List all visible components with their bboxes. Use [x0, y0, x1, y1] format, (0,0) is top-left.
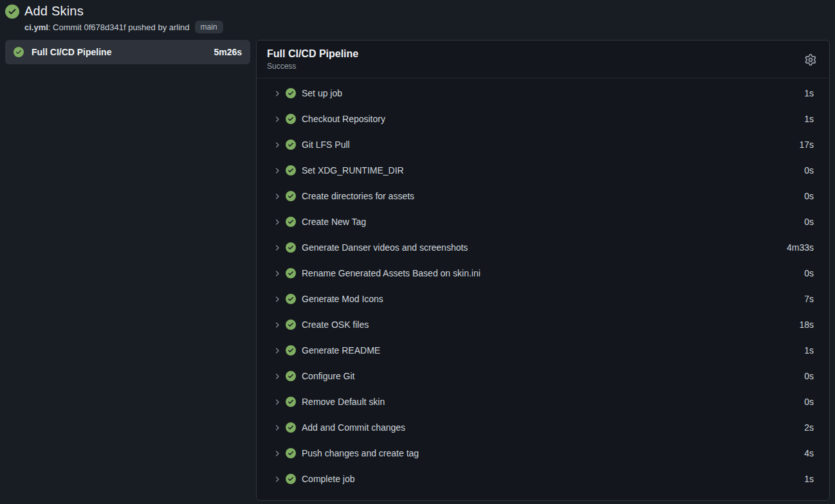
- step-name: Add and Commit changes: [302, 422, 405, 433]
- branch-badge: main: [195, 21, 223, 33]
- step-row[interactable]: Complete job 1s: [257, 466, 829, 492]
- step-success-check-circle-icon: [286, 88, 296, 98]
- step-success-check-circle-icon: [286, 474, 296, 484]
- step-duration: 17s: [799, 140, 814, 150]
- step-row[interactable]: Generate Danser videos and screenshots 4…: [257, 235, 829, 260]
- step-duration: 0s: [804, 371, 814, 381]
- step-success-check-circle-icon: [286, 242, 296, 253]
- step-success-check-circle-icon: [286, 294, 296, 304]
- step-duration: 0s: [804, 268, 814, 278]
- step-duration: 0s: [804, 191, 814, 201]
- step-duration: 1s: [804, 114, 814, 124]
- step-success-check-circle-icon: [286, 422, 296, 433]
- step-name: Generate Mod Icons: [302, 294, 383, 304]
- chevron-right-icon[interactable]: [273, 269, 281, 278]
- step-name: Rename Generated Assets Based on skin.in…: [302, 268, 481, 278]
- step-row[interactable]: Generate README 1s: [257, 338, 829, 363]
- step-duration: 4s: [804, 448, 814, 458]
- chevron-right-icon[interactable]: [273, 372, 281, 381]
- step-duration: 0s: [804, 397, 814, 407]
- step-duration: 0s: [804, 217, 814, 227]
- run-title: Add Skins: [24, 4, 84, 19]
- step-name: Set XDG_RUNTIME_DIR: [302, 165, 404, 176]
- chevron-right-icon[interactable]: [273, 449, 281, 458]
- step-success-check-circle-icon: [286, 165, 296, 176]
- job-success-check-circle-icon: [14, 47, 24, 57]
- gear-icon: [805, 54, 816, 66]
- step-name: Generate README: [302, 345, 380, 356]
- step-row[interactable]: Rename Generated Assets Based on skin.in…: [257, 260, 829, 286]
- step-success-check-circle-icon: [286, 191, 296, 201]
- chevron-right-icon[interactable]: [273, 295, 281, 303]
- chevron-right-icon[interactable]: [273, 321, 281, 329]
- chevron-right-icon[interactable]: [273, 218, 281, 226]
- jobs-sidebar: Full CI/CD Pipeline 5m26s: [0, 40, 256, 64]
- step-duration: 18s: [799, 320, 814, 330]
- step-duration: 1s: [804, 345, 814, 356]
- step-success-check-circle-icon: [286, 217, 296, 227]
- job-detail-panel: Full CI/CD Pipeline Success: [256, 40, 830, 501]
- job-panel-header: Full CI/CD Pipeline Success: [257, 40, 829, 78]
- run-success-check-circle-icon: [5, 4, 19, 19]
- step-name: Generate Danser videos and screenshots: [302, 242, 468, 253]
- chevron-right-icon[interactable]: [273, 166, 281, 175]
- commit-line: ci.yml: Commit 0f678d341f pushed by arli…: [24, 22, 190, 32]
- step-duration: 0s: [804, 165, 814, 176]
- chevron-right-icon[interactable]: [273, 346, 281, 355]
- step-success-check-circle-icon: [286, 114, 296, 124]
- chevron-right-icon[interactable]: [273, 244, 281, 252]
- chevron-right-icon[interactable]: [273, 475, 281, 483]
- step-success-check-circle-icon: [286, 140, 296, 150]
- chevron-right-icon[interactable]: [273, 192, 281, 201]
- step-success-check-circle-icon: [286, 448, 296, 458]
- step-name: Create directories for assets: [302, 191, 414, 201]
- step-row[interactable]: Add and Commit changes 2s: [257, 415, 829, 440]
- step-row[interactable]: Create OSK files 18s: [257, 312, 829, 338]
- step-duration: 1s: [804, 88, 814, 98]
- steps-list: Set up job 1s Checkout Reposi: [257, 78, 829, 500]
- job-panel-title: Full CI/CD Pipeline: [267, 48, 358, 60]
- step-row[interactable]: Remove Default skin 0s: [257, 389, 829, 415]
- step-success-check-circle-icon: [286, 397, 296, 407]
- step-name: Git LFS Pull: [302, 140, 350, 150]
- step-row[interactable]: Create New Tag 0s: [257, 209, 829, 235]
- step-row[interactable]: Git LFS Pull 17s: [257, 132, 829, 158]
- step-row[interactable]: Checkout Repository 1s: [257, 106, 829, 132]
- job-duration: 5m26s: [214, 47, 242, 57]
- run-header: Add Skins ci.yml: Commit 0f678d341f push…: [0, 0, 835, 37]
- step-name: Create New Tag: [302, 217, 366, 227]
- step-name: Checkout Repository: [302, 114, 385, 124]
- step-row[interactable]: Push changes and create tag 4s: [257, 440, 829, 466]
- step-duration: 1s: [804, 474, 814, 484]
- job-status-text: Success: [267, 62, 358, 71]
- step-success-check-circle-icon: [286, 371, 296, 381]
- chevron-right-icon[interactable]: [273, 424, 281, 432]
- step-name: Set up job: [302, 88, 342, 98]
- step-name: Complete job: [302, 474, 355, 484]
- commit-text: : Commit 0f678d341f pushed by arlind: [48, 22, 190, 32]
- step-row[interactable]: Configure Git 0s: [257, 363, 829, 389]
- job-name: Full CI/CD Pipeline: [32, 47, 111, 57]
- chevron-right-icon[interactable]: [273, 89, 281, 98]
- chevron-right-icon[interactable]: [273, 115, 281, 123]
- step-row[interactable]: Set up job 1s: [257, 80, 829, 106]
- job-settings-button[interactable]: [802, 51, 819, 68]
- step-duration: 2s: [804, 422, 814, 433]
- step-name: Create OSK files: [302, 320, 369, 330]
- step-name: Configure Git: [302, 371, 354, 381]
- workflow-file-name: ci.yml: [24, 22, 48, 32]
- step-success-check-circle-icon: [286, 345, 296, 356]
- step-row[interactable]: Set XDG_RUNTIME_DIR 0s: [257, 158, 829, 183]
- step-success-check-circle-icon: [286, 320, 296, 330]
- chevron-right-icon[interactable]: [273, 398, 281, 406]
- chevron-right-icon[interactable]: [273, 141, 281, 149]
- step-name: Push changes and create tag: [302, 448, 419, 458]
- sidebar-job-item[interactable]: Full CI/CD Pipeline 5m26s: [5, 40, 250, 64]
- step-duration: 7s: [804, 294, 814, 304]
- step-row[interactable]: Generate Mod Icons 7s: [257, 286, 829, 312]
- step-success-check-circle-icon: [286, 268, 296, 278]
- step-row[interactable]: Create directories for assets 0s: [257, 183, 829, 209]
- step-name: Remove Default skin: [302, 397, 385, 407]
- step-duration: 4m33s: [787, 242, 814, 253]
